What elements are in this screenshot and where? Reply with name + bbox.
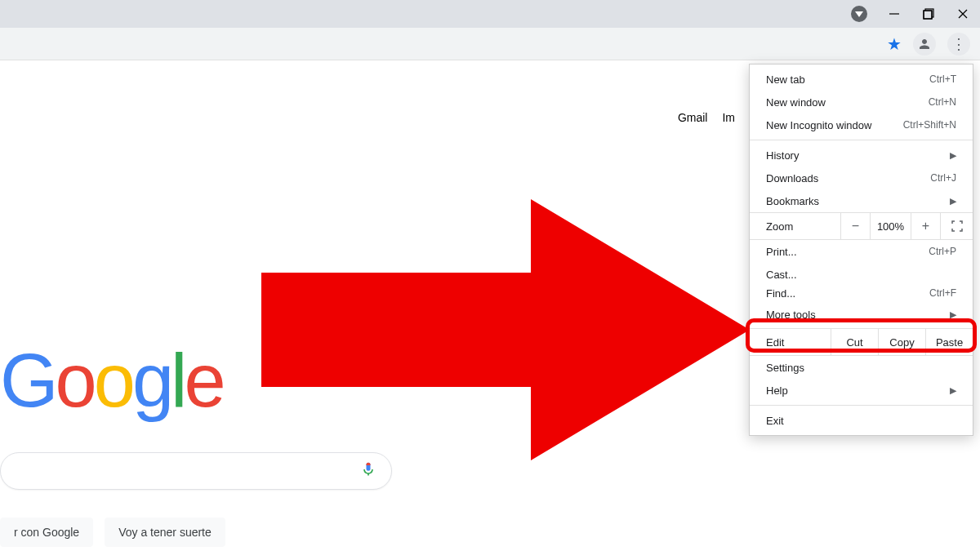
cut-button[interactable]: Cut: [831, 329, 878, 355]
voice-search-icon[interactable]: [360, 461, 376, 481]
header-links: Gmail Im: [678, 111, 735, 124]
submenu-arrow-icon: ▶: [950, 150, 956, 161]
menu-new-window[interactable]: New window Ctrl+N: [750, 91, 973, 113]
menu-edit-row: Edit Cut Copy Paste: [750, 328, 973, 356]
title-dropdown-icon[interactable]: [851, 6, 867, 22]
edit-label: Edit: [750, 329, 831, 355]
zoom-out-button[interactable]: −: [840, 213, 870, 239]
bookmark-star-icon[interactable]: ★: [887, 34, 902, 54]
gmail-link[interactable]: Gmail: [678, 111, 708, 124]
menu-cast[interactable]: Cast...: [750, 263, 973, 286]
maximize-button[interactable]: [921, 7, 936, 21]
search-buttons: r con Google Voy a tener suerte: [0, 518, 225, 547]
chrome-menu-icon[interactable]: ⋮: [947, 33, 970, 56]
menu-new-incognito[interactable]: New Incognito window Ctrl+Shift+N: [750, 113, 973, 136]
menu-more-tools[interactable]: More tools ▶: [750, 300, 973, 328]
svg-marker-0: [855, 11, 863, 17]
minimize-button[interactable]: [887, 7, 902, 21]
menu-separator: [750, 405, 973, 406]
google-search-button[interactable]: r con Google: [0, 518, 93, 547]
menu-bookmarks[interactable]: Bookmarks ▶: [750, 189, 973, 212]
menu-settings[interactable]: Settings: [750, 356, 973, 379]
window-titlebar: [0, 0, 980, 28]
menu-history[interactable]: History ▶: [750, 144, 973, 167]
svg-rect-3: [924, 11, 932, 19]
menu-downloads[interactable]: Downloads Ctrl+J: [750, 167, 973, 189]
annotation-arrow-icon: [261, 199, 751, 460]
menu-help[interactable]: Help ▶: [750, 379, 973, 402]
svg-marker-7: [261, 199, 750, 460]
copy-button[interactable]: Copy: [878, 329, 925, 355]
menu-find[interactable]: Find... Ctrl+F: [750, 286, 973, 300]
close-button[interactable]: [956, 7, 970, 21]
submenu-arrow-icon: ▶: [950, 309, 956, 320]
page-content: Gmail Im Google r con Google Voy a tener…: [0, 60, 980, 551]
submenu-arrow-icon: ▶: [950, 196, 956, 207]
menu-exit[interactable]: Exit: [750, 409, 973, 432]
menu-new-tab[interactable]: New tab Ctrl+T: [750, 68, 973, 91]
chrome-main-menu: New tab Ctrl+T New window Ctrl+N New Inc…: [749, 64, 973, 436]
fullscreen-button[interactable]: [940, 213, 973, 239]
paste-button[interactable]: Paste: [925, 329, 973, 355]
search-input[interactable]: [0, 452, 392, 490]
submenu-arrow-icon: ▶: [950, 385, 956, 396]
zoom-value: 100%: [870, 213, 911, 239]
menu-print[interactable]: Print... Ctrl+P: [750, 240, 973, 263]
google-logo: Google: [0, 338, 223, 424]
browser-toolbar: ★ ⋮: [0, 28, 980, 60]
menu-separator: [750, 140, 973, 140]
feeling-lucky-button[interactable]: Voy a tener suerte: [105, 518, 225, 547]
images-link[interactable]: Im: [722, 111, 735, 124]
profile-avatar-icon[interactable]: [913, 33, 936, 56]
zoom-label: Zoom: [750, 213, 840, 239]
menu-zoom-row: Zoom − 100% +: [750, 212, 973, 240]
zoom-in-button[interactable]: +: [911, 213, 940, 239]
